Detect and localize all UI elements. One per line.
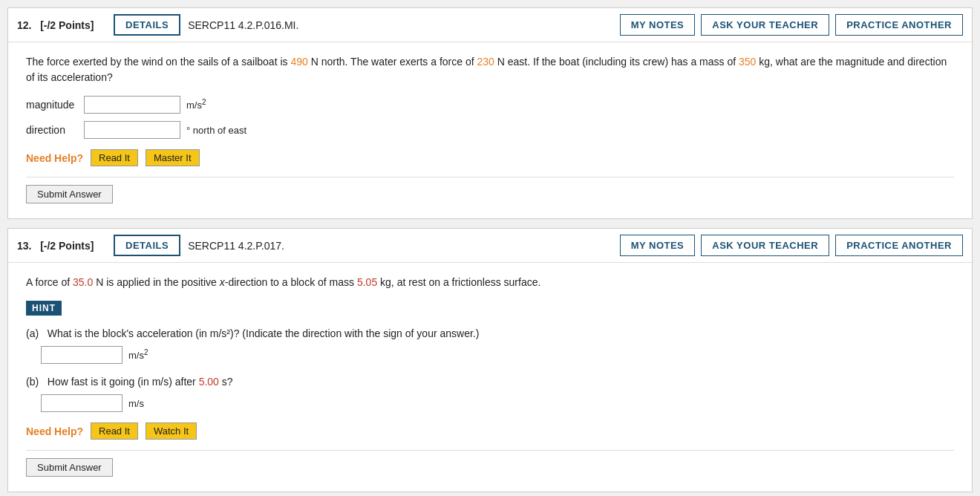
question-block-13: 13. [-/2 Points] DETAILS SERCP11 4.2.P.0… — [7, 228, 973, 492]
q12-text-before: The force exerted by the wind on the sai… — [26, 56, 290, 68]
part-a-unit: m/s2 — [128, 348, 148, 361]
question-id-12: SERCP11 4.2.P.016.MI. — [188, 19, 612, 31]
question-block-12: 12. [-/2 Points] DETAILS SERCP11 4.2.P.0… — [7, 7, 973, 219]
submit-row-12: Submit Answer — [26, 185, 954, 203]
direction-unit: ° north of east — [186, 125, 246, 136]
header-buttons-12: MY NOTES ASK YOUR TEACHER PRACTICE ANOTH… — [620, 14, 963, 36]
need-help-row-13: Need Help? Read It Watch It — [26, 422, 954, 440]
part-a-input[interactable] — [41, 346, 122, 364]
details-button-13[interactable]: DETAILS — [114, 235, 180, 256]
question-text-13: A force of 35.0 N is applied in the posi… — [26, 275, 954, 290]
question-header-13: 13. [-/2 Points] DETAILS SERCP11 4.2.P.0… — [8, 229, 972, 263]
question-id-13: SERCP11 4.2.P.017. — [188, 240, 612, 252]
direction-row: direction ° north of east — [26, 121, 954, 139]
master-it-button-12[interactable]: Master It — [146, 149, 200, 166]
page-wrapper: 12. [-/2 Points] DETAILS SERCP11 4.2.P.0… — [0, 0, 980, 496]
q13-value1: 35.0 — [73, 276, 93, 288]
part-b-unit: m/s — [128, 398, 144, 409]
divider-13 — [26, 450, 954, 451]
q12-text-mid2: N east. If the boat (including its crew)… — [494, 56, 739, 68]
part-b-input[interactable] — [41, 394, 122, 412]
magnitude-label: magnitude — [26, 99, 78, 111]
divider-12 — [26, 177, 954, 177]
my-notes-button-13[interactable]: MY NOTES — [620, 235, 696, 256]
question-number-13: 13. [-/2 Points] — [17, 240, 106, 252]
question-body-12: The force exerted by the wind on the sai… — [8, 42, 972, 218]
question-number-12: 12. [-/2 Points] — [17, 19, 106, 31]
question-body-13: A force of 35.0 N is applied in the posi… — [8, 263, 972, 492]
part-a-label: (a) What is the block's acceleration (in… — [26, 326, 954, 342]
direction-input[interactable] — [84, 121, 180, 139]
q13-number: 13. — [17, 240, 31, 252]
part-b-label: (b) How fast is it going (in m/s) after … — [26, 374, 954, 390]
read-it-button-12[interactable]: Read It — [91, 149, 138, 166]
part-a-row: (a) What is the block's acceleration (in… — [26, 326, 954, 364]
my-notes-button-12[interactable]: MY NOTES — [620, 14, 696, 36]
hint-box: HINT — [26, 301, 62, 316]
need-help-label-13: Need Help? — [26, 425, 83, 437]
q13-text-before: A force of — [26, 276, 73, 288]
q13-text-mid2: -direction to a block of mass — [225, 276, 357, 288]
practice-another-button-12[interactable]: PRACTICE ANOTHER — [835, 14, 963, 36]
need-help-row-12: Need Help? Read It Master It — [26, 149, 954, 166]
q13-points: [-/2 Points] — [40, 240, 94, 252]
q13-text-mid1: N is applied in the positive — [93, 276, 219, 288]
part-b-value: 5.00 — [199, 376, 219, 388]
q12-text-mid1: N north. The water exerts a force of — [308, 56, 477, 68]
part-a-letter: (a) — [26, 327, 39, 339]
submit-button-12[interactable]: Submit Answer — [26, 185, 113, 203]
q13-italic: x — [220, 276, 225, 288]
magnitude-unit: m/s2 — [186, 98, 206, 111]
ask-teacher-button-13[interactable]: ASK YOUR TEACHER — [701, 235, 829, 256]
q12-number: 12. — [17, 19, 31, 31]
q13-text-after: kg, at rest on a frictionless surface. — [377, 276, 540, 288]
part-a-question: What is the block's acceleration (in m/s… — [48, 327, 480, 339]
q12-points: [-/2 Points] — [40, 19, 94, 31]
part-b-text-before: How fast is it going (in m/s) after — [48, 376, 199, 388]
part-b-input-row: m/s — [41, 394, 954, 412]
magnitude-input[interactable] — [84, 96, 180, 114]
q12-value1: 490 — [290, 56, 307, 68]
part-a-input-row: m/s2 — [41, 346, 954, 364]
submit-row-13: Submit Answer — [26, 458, 954, 477]
question-header-12: 12. [-/2 Points] DETAILS SERCP11 4.2.P.0… — [8, 8, 972, 42]
magnitude-row: magnitude m/s2 — [26, 96, 954, 114]
q12-value2: 230 — [477, 56, 494, 68]
need-help-label-12: Need Help? — [26, 152, 83, 164]
watch-it-button-13[interactable]: Watch It — [146, 422, 197, 440]
read-it-button-13[interactable]: Read It — [91, 422, 138, 440]
details-button-12[interactable]: DETAILS — [114, 14, 180, 36]
header-buttons-13: MY NOTES ASK YOUR TEACHER PRACTICE ANOTH… — [620, 235, 963, 256]
question-text-12: The force exerted by the wind on the sai… — [26, 54, 954, 85]
practice-another-button-13[interactable]: PRACTICE ANOTHER — [835, 235, 963, 256]
q12-value3: 350 — [739, 56, 756, 68]
part-b-row: (b) How fast is it going (in m/s) after … — [26, 374, 954, 412]
direction-label: direction — [26, 124, 78, 136]
ask-teacher-button-12[interactable]: ASK YOUR TEACHER — [701, 14, 829, 36]
part-b-text-after: s? — [219, 376, 233, 388]
q13-value2: 5.05 — [357, 276, 377, 288]
part-b-letter: (b) — [26, 376, 39, 388]
submit-button-13[interactable]: Submit Answer — [26, 458, 113, 477]
